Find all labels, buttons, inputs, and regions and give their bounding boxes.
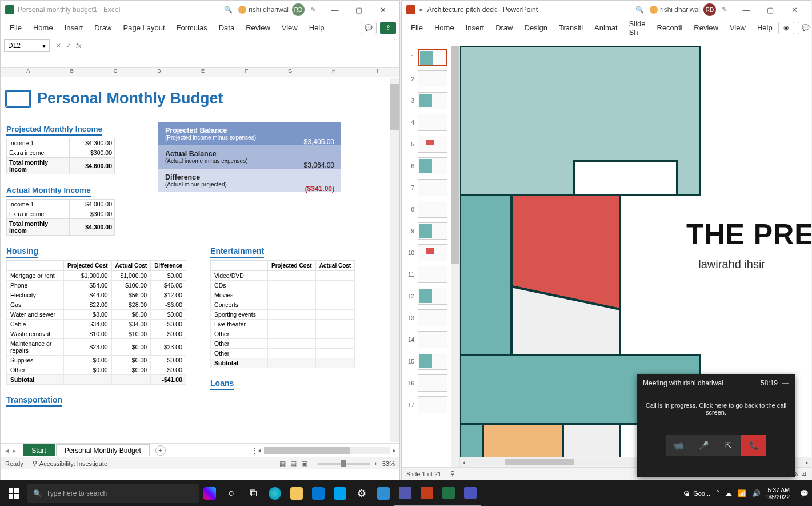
zoom-in-icon[interactable]: + bbox=[374, 460, 378, 467]
accessibility-icon[interactable]: ⚲ bbox=[450, 470, 455, 477]
ribbon-tab-review[interactable]: Review bbox=[688, 19, 724, 37]
warning-icon[interactable] bbox=[238, 6, 246, 14]
ribbon-tab-home[interactable]: Home bbox=[429, 19, 460, 37]
taskbar-clock[interactable]: 5:37 AM 9/8/2022 bbox=[766, 487, 794, 500]
slide-thumbnail-5[interactable]: 5 bbox=[402, 133, 459, 155]
slide-thumbnail-16[interactable]: 16 bbox=[402, 372, 459, 394]
record-icon[interactable]: ◉ bbox=[778, 22, 794, 34]
file-explorer-icon[interactable] bbox=[286, 480, 307, 506]
share-button[interactable]: ⇪ bbox=[380, 22, 396, 34]
ribbon-tab-view[interactable]: View bbox=[724, 19, 751, 37]
view-mode-icons[interactable]: ▦▤▣ bbox=[277, 460, 310, 468]
rainbow-icon[interactable] bbox=[199, 480, 221, 506]
minimize-button[interactable]: — bbox=[734, 1, 758, 19]
slide-thumbnail-9[interactable]: 9 bbox=[402, 220, 459, 242]
slide-thumbnail-10[interactable]: 10 bbox=[402, 242, 459, 264]
ribbon-tab-insert[interactable]: Insert bbox=[59, 19, 89, 37]
sheet-area[interactable]: Personal Monthly Budget Projected Monthl… bbox=[1, 77, 399, 443]
sheet-tab-budget[interactable]: Personal Monthly Budget bbox=[56, 444, 150, 456]
minimize-call-icon[interactable]: — bbox=[782, 379, 789, 387]
fx-icon[interactable]: fx bbox=[76, 42, 81, 50]
ribbon-tab-design[interactable]: Design bbox=[519, 19, 553, 37]
ribbon-tab-recording[interactable]: Recordi bbox=[651, 19, 689, 37]
call-message[interactable]: Call is in progress. Click here to go ba… bbox=[637, 392, 795, 424]
ribbon-tab-data[interactable]: Data bbox=[213, 19, 240, 37]
edge-icon[interactable] bbox=[264, 480, 286, 506]
taskbar-search[interactable]: 🔍 Type here to search bbox=[27, 484, 199, 503]
close-button[interactable]: ✕ bbox=[371, 1, 395, 19]
ribbon-tab-slideshow[interactable]: Slide Sh bbox=[623, 19, 651, 37]
start-button[interactable] bbox=[0, 480, 27, 506]
onedrive-icon[interactable]: ☁ bbox=[725, 489, 732, 497]
slide-thumbnail-12[interactable]: 12 bbox=[402, 285, 459, 307]
ribbon-tab-help[interactable]: Help bbox=[303, 19, 330, 37]
pen-icon[interactable]: ✎ bbox=[722, 6, 727, 14]
tray-chevron-icon[interactable]: ˄ bbox=[716, 489, 719, 497]
hangup-button[interactable]: 📞 bbox=[741, 435, 766, 456]
sheet-nav-arrows[interactable]: ◂ ▸ bbox=[1, 447, 22, 455]
ribbon-tab-view[interactable]: View bbox=[276, 19, 303, 37]
warning-icon[interactable] bbox=[650, 6, 658, 14]
calculator-icon[interactable] bbox=[373, 480, 394, 506]
slide-thumbnail-11[interactable]: 11 bbox=[402, 264, 459, 285]
ribbon-tab-page-layout[interactable]: Page Layout bbox=[118, 19, 171, 37]
task-view-icon[interactable]: ⧉ bbox=[242, 480, 264, 506]
slide-thumbnail-15[interactable]: 15 bbox=[402, 350, 459, 372]
mail-icon[interactable] bbox=[307, 480, 329, 506]
search-icon[interactable]: 🔍 bbox=[224, 6, 233, 14]
slide-thumbnail-17[interactable]: 17 bbox=[402, 394, 459, 416]
zoom-out-icon[interactable]: − bbox=[310, 460, 313, 467]
slide-thumbnail-2[interactable]: 2 bbox=[402, 68, 459, 90]
chevron-right-icon[interactable]: » bbox=[419, 6, 423, 14]
comments-icon[interactable]: 💬 bbox=[361, 22, 377, 34]
excel-horizontal-scrollbar[interactable]: ⋮◂▸ bbox=[166, 447, 399, 455]
weather-widget[interactable]: 🌤 Goo... bbox=[683, 490, 710, 497]
expand-formula-bar-icon[interactable]: ˄ bbox=[393, 38, 396, 45]
sheet-tab-start[interactable]: Start bbox=[23, 444, 54, 456]
zoom-level[interactable]: 53% bbox=[382, 460, 395, 467]
add-sheet-button[interactable]: + bbox=[155, 445, 166, 456]
slide-thumbnail-6[interactable]: 6 bbox=[402, 155, 459, 177]
camera-button[interactable]: 📹 bbox=[666, 435, 691, 456]
accessibility-icon[interactable]: ⚲ bbox=[33, 460, 37, 467]
accessibility-status[interactable]: Accessibility: Investigate bbox=[39, 460, 107, 467]
cancel-icon[interactable]: ✕ bbox=[55, 42, 61, 50]
teams-call-overlay[interactable]: Meeting with rishi dhariwal 58:19 — Call… bbox=[637, 374, 795, 477]
notifications-icon[interactable]: 💬 bbox=[800, 489, 809, 497]
ribbon-tab-file[interactable]: File bbox=[4, 19, 27, 37]
teams-taskbar-icon[interactable] bbox=[459, 480, 481, 506]
share-screen-button[interactable]: ⇱ bbox=[716, 435, 741, 456]
volume-icon[interactable]: 🔊 bbox=[752, 489, 761, 497]
slide-thumbnail-7[interactable]: 7 bbox=[402, 177, 459, 198]
ribbon-tab-draw[interactable]: Draw bbox=[490, 19, 518, 37]
maximize-button[interactable]: ▢ bbox=[347, 1, 371, 19]
ribbon-tab-file[interactable]: File bbox=[405, 19, 429, 37]
thumbnail-scrollbar[interactable] bbox=[451, 46, 459, 467]
ribbon-tab-transition[interactable]: Transiti bbox=[553, 19, 589, 37]
user-avatar[interactable]: RD bbox=[292, 3, 305, 16]
powerpoint-taskbar-icon[interactable] bbox=[416, 480, 438, 506]
maximize-button[interactable]: ▢ bbox=[758, 1, 782, 19]
pen-icon[interactable]: ✎ bbox=[310, 6, 316, 14]
ribbon-tab-home[interactable]: Home bbox=[27, 19, 59, 37]
slide-thumbnail-3[interactable]: 3 bbox=[402, 90, 459, 111]
slide-thumbnail-8[interactable]: 8 bbox=[402, 198, 459, 220]
slide-thumbnail-14[interactable]: 14 bbox=[402, 329, 459, 350]
user-avatar[interactable]: RD bbox=[703, 3, 716, 16]
slide-title[interactable]: THE PREP bbox=[686, 218, 811, 251]
teams-icon[interactable] bbox=[394, 480, 416, 506]
minimize-button[interactable]: — bbox=[323, 1, 347, 19]
formula-input[interactable] bbox=[86, 39, 399, 66]
zoom-slider[interactable] bbox=[318, 463, 370, 465]
excel-taskbar-icon[interactable] bbox=[438, 480, 459, 506]
store-icon[interactable] bbox=[329, 480, 351, 506]
ribbon-tab-help[interactable]: Help bbox=[751, 19, 778, 37]
ribbon-tab-draw[interactable]: Draw bbox=[89, 19, 117, 37]
slide-thumbnail-4[interactable]: 4 bbox=[402, 111, 459, 133]
comments-icon[interactable]: 💬 bbox=[798, 22, 812, 34]
settings-icon[interactable]: ⚙ bbox=[351, 480, 373, 506]
ribbon-tab-insert[interactable]: Insert bbox=[460, 19, 490, 37]
enter-icon[interactable]: ✓ bbox=[66, 42, 71, 50]
excel-vertical-scrollbar[interactable] bbox=[390, 78, 399, 442]
search-icon[interactable]: 🔍 bbox=[635, 6, 644, 14]
